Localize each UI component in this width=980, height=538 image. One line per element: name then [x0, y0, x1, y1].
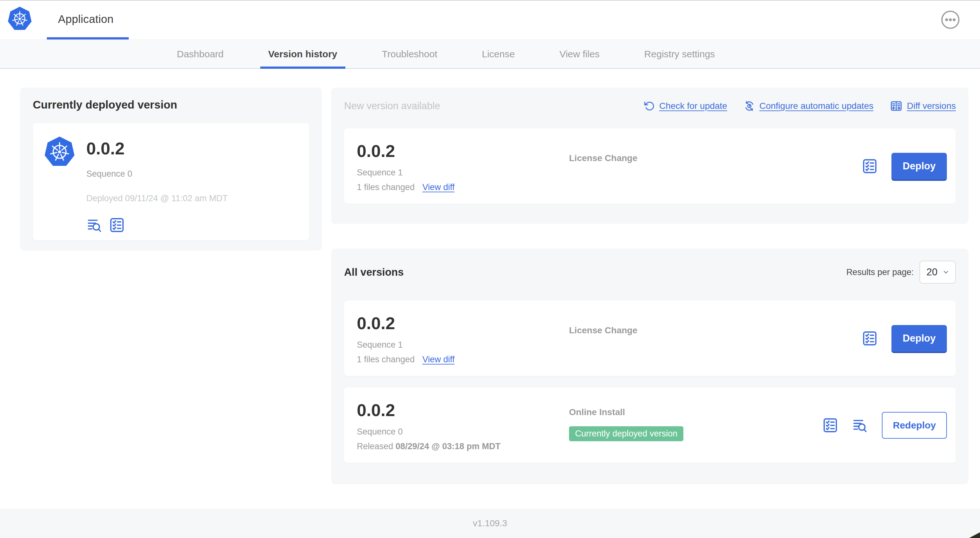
- version-number: 0.0.2: [357, 314, 943, 332]
- sequence-label: Sequence 1: [357, 168, 943, 178]
- chevron-down-icon: [942, 268, 950, 276]
- ellipsis-icon: [940, 10, 960, 30]
- preflight-checks-button[interactable]: [109, 217, 125, 233]
- cursor-artifact: [969, 532, 980, 538]
- view-diff-link[interactable]: View diff: [422, 183, 455, 192]
- deployed-timestamp: Deployed 09/11/24 @ 11:02 am MDT: [86, 194, 228, 203]
- released-timestamp: Released 08/29/24 @ 03:18 pm MDT: [357, 441, 943, 451]
- preflight-checks-button[interactable]: [822, 417, 838, 433]
- tab-license[interactable]: License: [474, 40, 523, 68]
- diff-icon: [890, 100, 902, 113]
- checklist-icon: [109, 217, 125, 233]
- new-version-panel: New version available Check for update: [331, 87, 969, 224]
- sequence-label: Sequence 1: [357, 340, 943, 350]
- deployed-version-number: 0.0.2: [86, 140, 228, 157]
- new-version-title: New version available: [344, 100, 440, 112]
- currently-deployed-title: Currently deployed version: [33, 98, 309, 111]
- checklist-icon: [822, 417, 838, 433]
- app-header: Application: [0, 0, 980, 40]
- check-for-update-link[interactable]: Check for update: [644, 100, 727, 112]
- files-changed-label: 1 files changed: [357, 183, 415, 192]
- version-row: 0.0.2 Sequence 1 1 files changed View di…: [344, 300, 956, 376]
- tab-registry-settings[interactable]: Registry settings: [636, 40, 723, 68]
- version-row: 0.0.2 Sequence 0 Released 08/29/24 @ 03:…: [344, 387, 956, 463]
- preflight-checks-button[interactable]: [861, 158, 878, 175]
- app-tab-active-underline: [47, 37, 129, 40]
- checklist-icon: [861, 330, 878, 347]
- app-tab-title[interactable]: Application: [58, 13, 114, 25]
- footer-bar: v1.109.3: [0, 509, 980, 538]
- currently-deployed-card: 0.0.2 Sequence 0 Deployed 09/11/24 @ 11:…: [33, 123, 309, 240]
- view-logs-button[interactable]: [86, 217, 103, 233]
- refresh-icon: [644, 100, 655, 112]
- files-changed-label: 1 files changed: [357, 355, 415, 365]
- tab-troubleshoot[interactable]: Troubleshoot: [374, 40, 445, 68]
- all-versions-panel: All versions Results per page: 20 0.0.2 …: [331, 249, 969, 484]
- kubernetes-logo-icon: [8, 6, 32, 32]
- version-source-label: License Change: [569, 153, 638, 163]
- console-version-label: v1.109.3: [473, 518, 507, 528]
- results-per-page-label: Results per page:: [846, 267, 914, 277]
- schedule-update-icon: [744, 100, 755, 112]
- logs-icon: [86, 217, 103, 233]
- tab-version-history[interactable]: Version history: [260, 40, 345, 68]
- currently-deployed-badge: Currently deployed version: [569, 426, 683, 441]
- overflow-menu-button[interactable]: [940, 10, 960, 30]
- deploy-button[interactable]: Deploy: [891, 153, 947, 179]
- checklist-icon: [861, 158, 878, 175]
- tab-view-files[interactable]: View files: [552, 40, 608, 68]
- deployed-sequence-label: Sequence 0: [86, 169, 228, 179]
- diff-versions-link[interactable]: Diff versions: [890, 100, 956, 113]
- all-versions-title: All versions: [344, 266, 404, 278]
- view-diff-link[interactable]: View diff: [422, 355, 455, 365]
- tab-dashboard[interactable]: Dashboard: [169, 40, 232, 68]
- kubernetes-app-icon: [44, 136, 75, 168]
- deploy-button[interactable]: Deploy: [891, 325, 947, 352]
- version-number: 0.0.2: [357, 142, 943, 159]
- redeploy-button[interactable]: Redeploy: [882, 412, 947, 439]
- currently-deployed-panel: Currently deployed version 0.0.2: [20, 87, 322, 251]
- results-per-page-value: 20: [926, 267, 937, 278]
- configure-automatic-updates-link[interactable]: Configure automatic updates: [744, 100, 873, 112]
- view-logs-button[interactable]: [852, 417, 869, 433]
- results-per-page-select[interactable]: 20: [920, 261, 956, 284]
- version-source-label: Online Install: [569, 407, 625, 417]
- preflight-checks-button[interactable]: [861, 330, 878, 347]
- new-version-card: 0.0.2 Sequence 1 1 files changed View di…: [344, 128, 956, 204]
- version-source-label: License Change: [569, 325, 638, 335]
- window-top-edge: [0, 0, 980, 1]
- page-tabs: Dashboard Version history Troubleshoot L…: [0, 40, 980, 69]
- logs-icon: [852, 417, 869, 433]
